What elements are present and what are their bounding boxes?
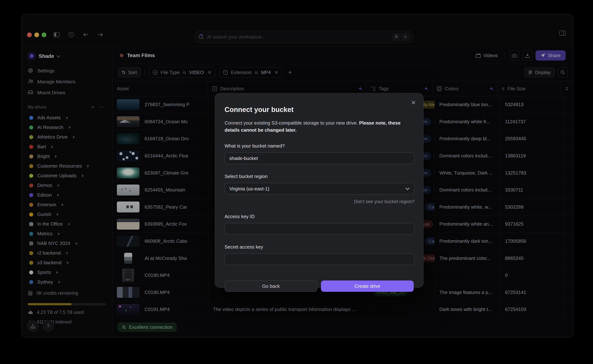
close-icon[interactable]: ✕ bbox=[411, 99, 416, 106]
chevron-down-icon bbox=[405, 187, 410, 190]
connect-bucket-modal: ✕ Connect your bucket Connect your exist… bbox=[215, 93, 424, 288]
secret-key-label: Secret access key bbox=[225, 244, 414, 250]
modal-body: Connect your existing S3-compatible stor… bbox=[225, 119, 411, 134]
modal-title: Connect your bucket bbox=[225, 106, 414, 114]
go-back-button[interactable]: Go back bbox=[225, 280, 317, 292]
access-key-label: Access key ID bbox=[225, 214, 414, 219]
region-help-link[interactable]: Don't see your bucket region? bbox=[225, 199, 414, 204]
region-label: Select bucket region bbox=[225, 174, 414, 179]
create-drive-button[interactable]: Create drive bbox=[321, 280, 414, 292]
region-value: Virginia (us-east-1) bbox=[229, 186, 269, 192]
app-window: AI search your workspace... ⌘ K Shade Se… bbox=[21, 14, 573, 337]
bucket-name-input[interactable] bbox=[225, 152, 414, 164]
secret-key-input[interactable] bbox=[225, 254, 414, 265]
bucket-name-label: What is your bucket named? bbox=[225, 143, 414, 149]
region-select[interactable]: Virginia (us-east-1) bbox=[225, 183, 414, 195]
screen: AI search your workspace... ⌘ K Shade Se… bbox=[0, 0, 593, 364]
access-key-input[interactable] bbox=[225, 223, 414, 235]
